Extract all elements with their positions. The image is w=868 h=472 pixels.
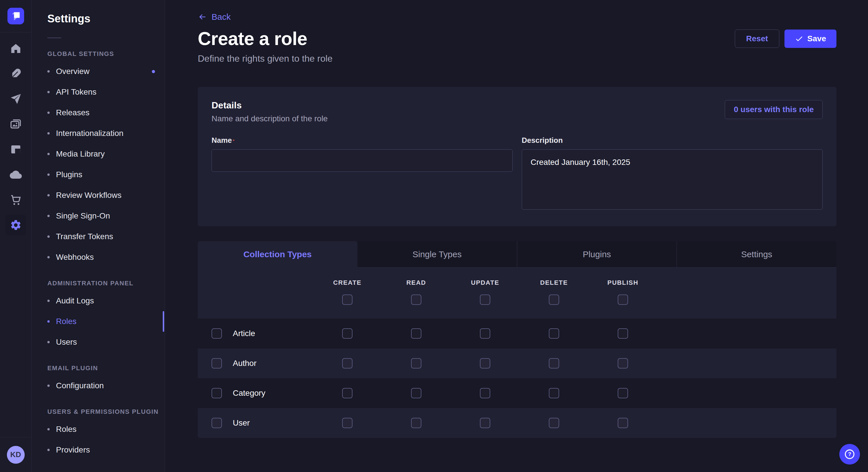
tab-plugins[interactable]: Plugins <box>517 241 677 268</box>
tab-single-types[interactable]: Single Types <box>358 241 517 268</box>
permission-checkbox-author-publish[interactable] <box>618 358 628 369</box>
tab-settings[interactable]: Settings <box>677 241 836 268</box>
cart-icon[interactable] <box>5 190 26 210</box>
strapi-logo-icon[interactable] <box>7 8 24 24</box>
description-textarea[interactable]: Created January 16th, 2025 <box>522 149 823 210</box>
bullet-icon <box>48 428 50 430</box>
sidebar-item-transfer-tokens[interactable]: Transfer Tokens <box>48 226 165 247</box>
select-all-checkbox-update[interactable] <box>480 295 490 305</box>
permission-checkbox-category-delete[interactable] <box>549 388 559 398</box>
row-label-cell: User <box>198 418 313 428</box>
permission-checkbox-user-publish[interactable] <box>618 418 628 428</box>
permission-checkbox-author-delete[interactable] <box>549 358 559 369</box>
sidebar-item-review-workflows[interactable]: Review Workflows <box>48 185 165 206</box>
sidebar-item-webhooks[interactable]: Webhooks <box>48 247 165 268</box>
feather-icon[interactable] <box>5 63 26 84</box>
sidebar-item-users[interactable]: Users <box>48 332 165 352</box>
bullet-icon <box>48 111 50 114</box>
select-all-checkbox-create[interactable] <box>342 295 352 305</box>
sidebar-item-providers[interactable]: Providers <box>48 440 165 460</box>
permission-checkbox-user-create[interactable] <box>342 418 352 428</box>
permission-checkbox-article-update[interactable] <box>480 328 490 339</box>
app-window: KD Settings GLOBAL SETTINGSOverviewAPI T… <box>0 0 868 472</box>
permission-checkbox-category-read[interactable] <box>411 388 422 398</box>
permissions-tabs: Collection TypesSingle TypesPluginsSetti… <box>198 241 836 268</box>
sidebar-item-api-tokens[interactable]: API Tokens <box>48 82 165 102</box>
permission-checkbox-author-create[interactable] <box>342 358 352 369</box>
permissions-rows: ArticleAuthorCategoryUser <box>198 318 836 438</box>
bullet-icon <box>48 173 50 176</box>
page-subtitle: Define the rights given to the role <box>198 53 836 64</box>
bullet-icon <box>48 320 50 323</box>
permission-checkbox-author-read[interactable] <box>411 358 422 369</box>
back-link[interactable]: Back <box>198 12 231 22</box>
sidebar-item-label: Releases <box>56 108 90 117</box>
nav-section-label-email-plugin: EMAIL PLUGIN <box>48 365 165 372</box>
sidebar-item-label: Internationalization <box>56 129 123 138</box>
permission-checkbox-article-create[interactable] <box>342 328 352 339</box>
bullet-icon <box>48 235 50 238</box>
select-all-checkbox-read[interactable] <box>411 295 422 305</box>
row-select-checkbox-article[interactable] <box>212 328 222 339</box>
permission-checkbox-user-delete[interactable] <box>549 418 559 428</box>
help-button[interactable]: ? <box>839 444 860 465</box>
row-select-checkbox-author[interactable] <box>212 358 222 369</box>
sidebar-item-label: Media Library <box>56 149 105 159</box>
row-select-checkbox-category[interactable] <box>212 388 222 398</box>
permission-cell <box>451 328 520 339</box>
avatar[interactable]: KD <box>7 446 25 464</box>
sidebar-item-label: Users <box>56 338 77 347</box>
permission-checkbox-category-update[interactable] <box>480 388 490 398</box>
name-label: Name <box>212 136 232 144</box>
permission-checkbox-author-update[interactable] <box>480 358 490 369</box>
table-row-article: Article <box>198 318 836 348</box>
permission-cell <box>588 328 657 339</box>
sidebar-item-single-sign-on[interactable]: Single Sign-On <box>48 206 165 226</box>
permission-checkbox-category-publish[interactable] <box>618 388 628 398</box>
bullet-icon <box>48 215 50 217</box>
home-icon[interactable] <box>5 38 26 59</box>
permission-cell <box>313 358 382 369</box>
sidebar-item-media-library[interactable]: Media Library <box>48 144 165 164</box>
sidebar-item-configuration[interactable]: Configuration <box>48 375 165 396</box>
sidebar-title: Settings <box>48 12 165 25</box>
save-button[interactable]: Save <box>784 30 836 48</box>
permission-cell <box>588 418 657 428</box>
layout-icon[interactable] <box>5 139 26 160</box>
permission-checkbox-user-read[interactable] <box>411 418 422 428</box>
sidebar-item-releases[interactable]: Releases <box>48 102 165 123</box>
sidebar-item-roles[interactable]: Roles <box>48 419 165 440</box>
sidebar-item-overview[interactable]: Overview <box>48 61 165 82</box>
permission-cell <box>520 358 588 369</box>
permission-checkbox-article-delete[interactable] <box>549 328 559 339</box>
bullet-icon <box>48 341 50 343</box>
content-type-label: Article <box>233 329 255 338</box>
reset-button[interactable]: Reset <box>735 30 779 48</box>
users-with-role-button[interactable]: 0 users with this role <box>725 100 823 119</box>
sidebar-item-roles[interactable]: Roles <box>48 311 165 332</box>
permissions-section: Collection TypesSingle TypesPluginsSetti… <box>198 241 836 438</box>
paper-plane-icon[interactable] <box>5 89 26 109</box>
select-all-checkbox-publish[interactable] <box>618 295 628 305</box>
permission-checkbox-article-read[interactable] <box>411 328 422 339</box>
permission-checkbox-article-publish[interactable] <box>618 328 628 339</box>
permission-cell <box>382 388 451 398</box>
gear-icon[interactable] <box>5 215 26 235</box>
permissions-panel: CREATEREADUPDATEDELETEPUBLISH ArticleAut… <box>198 268 836 438</box>
sidebar-item-audit-logs[interactable]: Audit Logs <box>48 291 165 311</box>
permission-checkbox-user-update[interactable] <box>480 418 490 428</box>
row-select-checkbox-user[interactable] <box>212 418 222 428</box>
cloud-icon[interactable] <box>5 164 26 185</box>
page-title: Create a role <box>198 28 307 49</box>
notification-dot-icon <box>152 70 155 73</box>
permission-cell <box>451 388 520 398</box>
sidebar-sections: GLOBAL SETTINGSOverviewAPI TokensRelease… <box>48 50 165 460</box>
column-label: PUBLISH <box>608 279 639 286</box>
tab-collection-types[interactable]: Collection Types <box>198 241 358 268</box>
name-input[interactable] <box>212 149 513 172</box>
permission-checkbox-category-create[interactable] <box>342 388 352 398</box>
sidebar-item-plugins[interactable]: Plugins <box>48 164 165 185</box>
images-icon[interactable] <box>5 114 26 134</box>
select-all-checkbox-delete[interactable] <box>549 295 559 305</box>
sidebar-item-internationalization[interactable]: Internationalization <box>48 123 165 144</box>
